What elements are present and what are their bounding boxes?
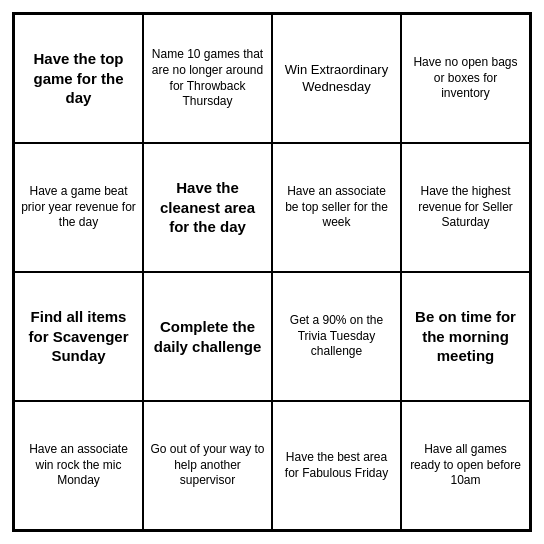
bingo-cell-r3c3: Have all games ready to open before 10am [401,401,530,530]
bingo-cell-r3c2: Have the best area for Fabulous Friday [272,401,401,530]
bingo-cell-r1c3: Have the highest revenue for Seller Satu… [401,143,530,272]
bingo-cell-r2c1: Complete the daily challenge [143,272,272,401]
bingo-cell-r0c0: Have the top game for the day [14,14,143,143]
bingo-cell-r2c3: Be on time for the morning meeting [401,272,530,401]
bingo-cell-r3c0: Have an associate win rock the mic Monda… [14,401,143,530]
bingo-cell-r2c2: Get a 90% on the Trivia Tuesday challeng… [272,272,401,401]
bingo-cell-r1c0: Have a game beat prior year revenue for … [14,143,143,272]
bingo-cell-r0c2: Win Extraordinary Wednesday [272,14,401,143]
bingo-cell-r3c1: Go out of your way to help another super… [143,401,272,530]
bingo-cell-r2c0: Find all items for Scavenger Sunday [14,272,143,401]
bingo-cell-r1c2: Have an associate be top seller for the … [272,143,401,272]
bingo-cell-r0c3: Have no open bags or boxes for inventory [401,14,530,143]
bingo-board: Have the top game for the dayName 10 gam… [12,12,532,532]
bingo-cell-r1c1: Have the cleanest area for the day [143,143,272,272]
bingo-cell-r0c1: Name 10 games that are no longer around … [143,14,272,143]
